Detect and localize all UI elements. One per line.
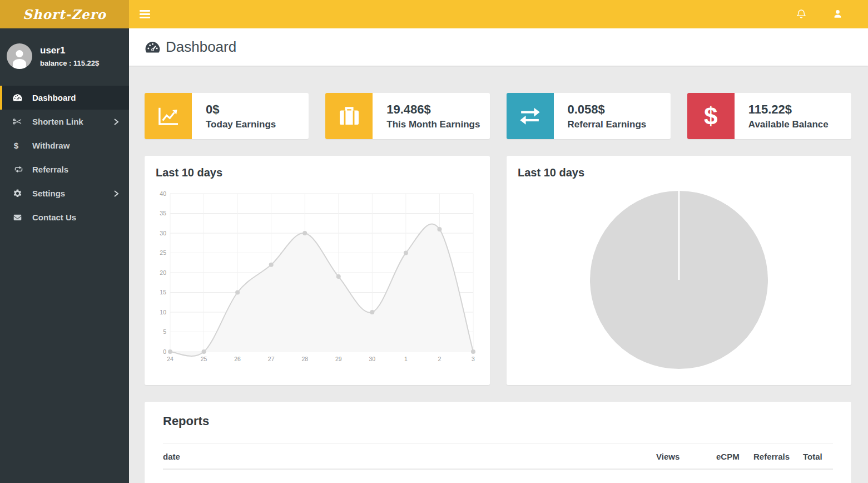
report-date-cell: 03-07-2019 (163, 469, 656, 483)
gear-icon (13, 189, 25, 198)
sidebar-item-label: Dashboard (32, 93, 119, 102)
envelope-icon (13, 214, 25, 221)
dollar-icon: $ (687, 93, 735, 139)
topbar: Short-Zero (0, 0, 868, 28)
svg-text:0: 0 (163, 348, 166, 355)
column-header-views: Views (656, 443, 716, 470)
dollar-icon: $ (704, 104, 717, 129)
tachometer-icon (13, 93, 25, 101)
page-header: Dashboard (129, 28, 868, 66)
stat-value: 0.058$ (568, 102, 647, 117)
briefcase-icon (325, 93, 373, 139)
svg-text:5: 5 (163, 328, 166, 335)
scissors-icon (13, 118, 25, 125)
sidebar-item-dashboard[interactable]: Dashboard (0, 86, 129, 110)
stat-card-available-balance: $115.22$Available Balance (687, 93, 851, 139)
sidebar-item-label: Contact Us (32, 213, 119, 222)
stat-label: This Month Earnings (386, 119, 480, 130)
content: 0$Today Earnings 19.486$This Month Earni… (129, 66, 868, 483)
svg-text:1: 1 (404, 356, 408, 362)
report-value-cell: $ (803, 469, 833, 483)
charts-row: Last 10 days 051015202530354024252627282… (145, 156, 851, 385)
sidebar: user1 balance : 115.22$ Dashboard Shorte… (0, 28, 129, 483)
report-value-cell: / $ (656, 469, 716, 483)
avatar (7, 43, 32, 69)
line-chart-title: Last 10 days (156, 166, 479, 179)
sidebar-item-referrals[interactable]: Referrals (0, 157, 129, 181)
chevron-right-icon (113, 190, 119, 198)
sidebar-item-label: Settings (32, 189, 113, 198)
reports-title: Reports (163, 414, 833, 428)
sidebar-item-settings[interactable]: Settings (0, 181, 129, 205)
svg-text:28: 28 (301, 356, 308, 362)
stat-value: 115.22$ (748, 102, 829, 117)
svg-text:15: 15 (160, 289, 166, 295)
svg-text:24: 24 (167, 356, 173, 362)
dollar-icon: $ (13, 141, 25, 150)
svg-text:30: 30 (160, 230, 166, 236)
bell-icon[interactable] (796, 8, 807, 20)
user-profile: user1 balance : 115.22$ (0, 28, 129, 86)
pie-chart-title: Last 10 days (518, 166, 840, 179)
chevron-right-icon (113, 118, 119, 126)
sidebar-item-label: Shorten Link (32, 117, 113, 126)
stat-card-this-month-earnings: 19.486$This Month Earnings (325, 93, 489, 139)
svg-text:30: 30 (369, 356, 375, 362)
report-value-cell: $ (716, 469, 753, 483)
sidebar-nav: Dashboard Shorten Link$Withdraw Referral… (0, 86, 129, 229)
column-header-ecpm: eCPM (716, 443, 753, 470)
reports-table: dateViewseCPMReferralsTotal03-07-2019/ $… (163, 443, 833, 483)
stat-label: Available Balance (748, 119, 829, 130)
tachometer-icon (145, 41, 160, 53)
svg-text:35: 35 (160, 210, 166, 216)
report-value-cell: $ (753, 469, 803, 483)
svg-text:25: 25 (160, 249, 166, 256)
column-header-referrals: Referrals (753, 443, 803, 470)
page-title: Dashboard (166, 38, 236, 56)
stat-label: Referral Earnings (568, 119, 647, 130)
stat-value: 0$ (206, 102, 276, 117)
sidebar-item-shorten-link[interactable]: Shorten Link (0, 110, 129, 134)
pie-chart-card: Last 10 days (507, 156, 851, 385)
svg-text:26: 26 (234, 356, 241, 362)
stats-row: 0$Today Earnings 19.486$This Month Earni… (145, 93, 851, 139)
sidebar-item-label: Referrals (32, 165, 119, 174)
line-chart: 051015202530354024252627282930123 (156, 186, 479, 368)
user-icon[interactable] (832, 9, 843, 19)
column-header-date: date (163, 443, 656, 470)
retweet-icon (13, 166, 25, 173)
pie-chart (518, 186, 840, 369)
chart-line-icon (145, 93, 192, 139)
svg-text:27: 27 (268, 356, 275, 362)
svg-text:2: 2 (438, 356, 442, 362)
main-area: Dashboard 0$Today Earnings 19.486$This M… (129, 28, 868, 483)
app-logo: Short-Zero (0, 0, 129, 28)
stat-card-today-earnings: 0$Today Earnings (145, 93, 309, 139)
svg-text:20: 20 (160, 269, 166, 276)
reports-card: Reports dateViewseCPMReferralsTotal03-07… (145, 402, 851, 483)
sidebar-item-label: Withdraw (32, 141, 119, 150)
menu-toggle-button[interactable] (136, 7, 153, 22)
exchange-icon (507, 93, 554, 139)
sidebar-item-withdraw[interactable]: $Withdraw (0, 134, 129, 157)
sidebar-item-contact-us[interactable]: Contact Us (0, 205, 129, 229)
stat-value: 19.486$ (386, 102, 480, 117)
svg-text:25: 25 (201, 356, 207, 362)
reports-header-row: dateViewseCPMReferralsTotal (163, 443, 833, 470)
line-chart-card: Last 10 days 051015202530354024252627282… (145, 156, 490, 385)
svg-text:$: $ (14, 141, 19, 150)
svg-text:10: 10 (160, 309, 166, 316)
svg-text:29: 29 (335, 356, 342, 362)
user-balance: balance : 115.22$ (40, 59, 99, 67)
topbar-main (129, 0, 868, 28)
report-row: 03-07-2019/ $$$$ (163, 469, 833, 483)
stat-label: Today Earnings (206, 119, 276, 130)
column-header-total: Total (803, 443, 833, 470)
user-name: user1 (40, 45, 99, 56)
svg-text:40: 40 (160, 190, 166, 197)
svg-text:3: 3 (472, 356, 475, 362)
stat-card-referral-earnings: 0.058$Referral Earnings (507, 93, 671, 139)
